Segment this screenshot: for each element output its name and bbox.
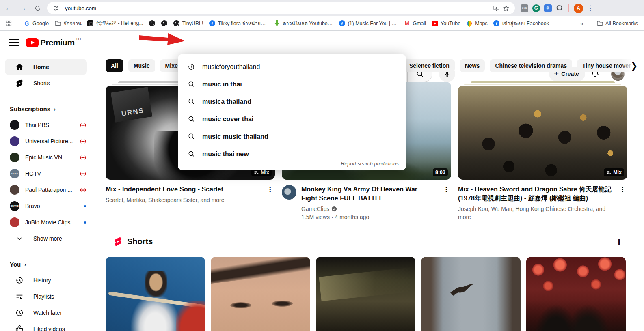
sidebar-channel-hgtv[interactable]: HGTV HGTV — [0, 166, 92, 182]
grammarly-extension-icon[interactable]: G — [532, 4, 540, 12]
sidebar-divider — [0, 251, 92, 251]
video-menu-icon[interactable]: ⋮ — [441, 185, 451, 221]
chip-news[interactable]: News — [460, 59, 485, 72]
install-icon[interactable] — [491, 3, 501, 13]
sidebar-item-liked-videos[interactable]: Liked videos — [5, 321, 87, 331]
short-thumbnail-1[interactable] — [106, 257, 205, 331]
suggestion-item[interactable]: music in thai — [178, 75, 406, 93]
forward-icon[interactable]: → — [17, 2, 29, 14]
google-icon: G — [24, 20, 30, 27]
report-search-predictions[interactable]: Report search predictions — [341, 161, 399, 167]
video-thumbnail[interactable]: Mix — [458, 81, 627, 180]
puzzle-extensions-icon[interactable] — [556, 4, 563, 12]
suggestion-item[interactable]: music cover thai — [178, 110, 406, 128]
bookmark-maps[interactable]: Maps — [463, 19, 491, 28]
search-suggestions-dropdown: musicforyouthailand music in thai musica… — [178, 54, 406, 170]
bookmark-globe-1[interactable] — [146, 19, 158, 28]
mix-stack-edge — [471, 81, 615, 83]
video-title[interactable]: Mix - Heaven Sword and Dragon Sabre 倚天屠龍… — [458, 185, 614, 203]
facebook-icon: f — [339, 20, 345, 27]
sidebar-item-shorts[interactable]: Shorts — [5, 75, 87, 91]
sidebar-channel-thai-pbs[interactable]: Thai PBS — [0, 117, 92, 133]
bookmark-tinyurl[interactable]: TinyURL! — [171, 19, 206, 28]
bookmark-hefeng[interactable]: 代理品牌 - HeFeng... — [84, 19, 146, 28]
suggestion-item[interactable]: musicforyouthailand — [178, 58, 406, 75]
sidebar-subscriptions-header[interactable]: Subscriptions › — [0, 101, 92, 117]
chip-science-fiction[interactable]: Science fiction — [404, 59, 455, 72]
hamburger-menu-icon[interactable] — [9, 37, 19, 48]
url-text[interactable]: youtube.com — [65, 5, 491, 11]
channel-avatar — [10, 120, 19, 130]
sidebar-item-history[interactable]: History — [5, 272, 87, 288]
video-menu-icon[interactable]: ⋮ — [265, 185, 275, 204]
channel-avatar: bravo — [10, 201, 19, 211]
address-bar[interactable]: youtube.com — [47, 2, 515, 14]
watch-later-icon — [15, 308, 24, 318]
chip-music[interactable]: Music — [128, 59, 155, 72]
live-icon — [80, 139, 86, 144]
mix-stack-edge — [464, 84, 621, 85]
sidebar-show-more[interactable]: Show more — [5, 230, 87, 247]
short-thumbnail-2[interactable] — [211, 257, 310, 331]
chip-all[interactable]: All — [106, 59, 123, 72]
snowflake-extension-icon[interactable]: ❄ — [544, 4, 552, 12]
shorts-menu-icon[interactable]: ⋮ — [616, 238, 622, 246]
video-title[interactable]: Monkey King Vs Army Of Heaven War Fight … — [301, 185, 431, 203]
sidebar-channel-epic-music[interactable]: Epic Music VN — [0, 149, 92, 166]
youtube-icon — [432, 20, 438, 27]
bookmark-facebook-login[interactable]: f เข้าสู่ระบบ Facebook — [491, 18, 552, 29]
chip-chinese-tv-dramas[interactable]: Chinese television dramas — [490, 59, 572, 72]
youtube-premium-logo[interactable]: Premium TH — [26, 38, 81, 47]
sidebar-channel-paul-pattarapon[interactable]: Paul Pattarapon ... — [0, 182, 92, 198]
browser-toolbar: ← → youtube.com </> G ❄ A ⋮ — [0, 0, 644, 16]
bookmark-google[interactable]: G Google — [21, 19, 52, 28]
shorts-icon — [15, 78, 24, 88]
thumbnail-sign-text: URNS — [111, 87, 152, 123]
video-subtitle: Joseph Koo, Wu Man, Hong Kong Chinese Or… — [458, 205, 618, 221]
all-bookmarks-button[interactable]: All Bookmarks — [594, 19, 641, 28]
chips-scroll-right-icon[interactable]: ❯ — [628, 59, 641, 72]
bookmark-music-for-you[interactable]: f (1) Music For You | F... — [336, 19, 401, 28]
bookmark-gmail[interactable]: M Gmail — [401, 19, 429, 28]
bookmark-tikky-flora[interactable]: f Tikky flora จำหน่ายไม้... — [206, 18, 271, 29]
chevron-down-icon — [15, 234, 24, 243]
sidebar-channel-bravo[interactable]: bravo Bravo — [0, 198, 92, 214]
suggestion-item[interactable]: music thai new — [178, 145, 406, 163]
bookmark-star-icon[interactable] — [501, 3, 511, 13]
browser-menu-icon[interactable]: ⋮ — [587, 5, 594, 11]
facebook-icon: f — [493, 20, 500, 27]
short-thumbnail-5[interactable] — [526, 257, 626, 331]
suggestion-item[interactable]: music music thailand — [178, 128, 406, 145]
channel-avatar[interactable] — [282, 185, 296, 200]
bookmark-folder[interactable]: จักรยาน — [52, 18, 84, 29]
video-menu-icon[interactable]: ⋮ — [618, 185, 627, 221]
bookmark-download-youtube[interactable]: ดาวน์โหลด Youtube -... — [271, 18, 336, 29]
video-subtitle: Scarlet, Martika, Shakespears Sister, an… — [106, 196, 265, 204]
bookmark-youtube[interactable]: YouTube — [429, 19, 463, 28]
new-content-dot — [84, 221, 86, 224]
channel-name-row[interactable]: GameClips — [301, 206, 441, 212]
sidebar-item-home[interactable]: Home — [5, 59, 87, 75]
sidebar-channel-joblo[interactable]: JoBlo Movie Clips — [0, 214, 92, 230]
red-annotation-arrow — [138, 32, 186, 48]
sidebar-item-playlists[interactable]: Playlists — [5, 288, 87, 305]
browser-profile-avatar[interactable]: A — [574, 4, 583, 13]
code-extension-icon[interactable]: </> — [521, 4, 528, 12]
sidebar-channel-universal[interactable]: Universal Picture... — [0, 133, 92, 149]
video-title[interactable]: Mix - Independent Love Song - Scarlet — [106, 185, 265, 194]
short-thumbnail-3[interactable] — [316, 257, 415, 331]
bookmark-globe-2[interactable] — [158, 19, 171, 28]
filter-chips-right: Science fiction News Chinese television … — [404, 59, 631, 72]
chips-scroll-area: ❯ — [620, 57, 644, 75]
sidebar-you-header[interactable]: You › — [0, 256, 92, 272]
reload-icon[interactable] — [32, 2, 44, 14]
sidebar-item-watch-later[interactable]: Watch later — [5, 305, 87, 321]
maps-pin-icon — [466, 20, 473, 27]
channel-avatar — [10, 136, 19, 146]
back-icon[interactable]: ← — [2, 2, 15, 14]
short-thumbnail-4[interactable] — [421, 257, 521, 331]
site-info-icon[interactable] — [51, 3, 61, 13]
suggestion-item[interactable]: musica thailand — [178, 93, 406, 110]
apps-grid-icon[interactable] — [3, 18, 14, 29]
bookmarks-overflow-chevron[interactable]: » — [577, 20, 587, 27]
